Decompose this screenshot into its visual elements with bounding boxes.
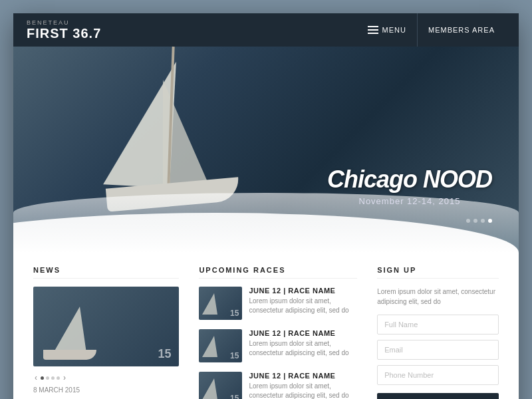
hero-section: Chicago NOOD November 12-14, 2015 <box>13 47 519 253</box>
news-headline: Some sort of recent news article about 3… <box>33 396 179 399</box>
race-thumb-2: 15 <box>199 329 242 362</box>
hero-text-block: Chicago NOOD November 12-14, 2015 <box>327 166 492 206</box>
race-info-2: JUNE 12 | RACE NAME Lorem ipsum dolor si… <box>249 329 357 358</box>
hero-dot-1[interactable] <box>466 219 470 223</box>
race-item-2: 15 JUNE 12 | RACE NAME Lorem ipsum dolor… <box>199 329 357 362</box>
news-pagination: ‹ › <box>33 373 179 382</box>
hero-dot-4-active[interactable] <box>488 219 492 223</box>
hero-background <box>13 47 519 253</box>
news-boat-number: 15 <box>158 347 171 361</box>
news-section: NEWS 15 ‹ › 8 MARCH 2015 Some sort of re… <box>33 266 179 399</box>
race-info-3: JUNE 12 | RACE NAME Lorem ipsum dolor si… <box>249 372 357 399</box>
hero-dot-2[interactable] <box>473 219 477 223</box>
hamburger-icon <box>368 26 378 34</box>
news-page-dot-2[interactable] <box>46 376 49 380</box>
news-image: 15 <box>33 287 179 366</box>
race-name-1: JUNE 12 | RACE NAME <box>249 287 357 295</box>
race-thumb-1: 15 <box>199 287 242 320</box>
race-thumb-boat-2 <box>202 336 217 357</box>
news-section-title: NEWS <box>33 266 179 279</box>
phone-input[interactable] <box>377 365 499 385</box>
race-thumb-boat-3 <box>202 378 217 399</box>
news-next-button[interactable]: › <box>62 373 67 382</box>
race-item-3: 15 JUNE 12 | RACE NAME Lorem ipsum dolor… <box>199 372 357 399</box>
signup-section-title: SIGN UP <box>377 266 499 279</box>
race-info-1: JUNE 12 | RACE NAME Lorem ipsum dolor si… <box>249 287 357 315</box>
news-page-dot-3[interactable] <box>51 376 55 380</box>
header: BENETEAU FIRST 36.7 MENU MEMBERS AREA <box>13 13 519 47</box>
hero-event-title: Chicago NOOD <box>327 166 492 194</box>
news-sail <box>53 307 86 353</box>
full-name-input[interactable] <box>377 315 499 334</box>
brand-label: BENETEAU <box>27 19 101 26</box>
news-date: 8 MARCH 2015 <box>33 386 179 394</box>
race-desc-3: Lorem ipsum dolor sit amet, consectetur … <box>249 382 357 399</box>
menu-label: MENU <box>382 26 406 34</box>
races-section-title: UPCOMING RACES <box>199 266 357 279</box>
hero-dot-3[interactable] <box>481 219 485 223</box>
brand-logo: BENETEAU FIRST 36.7 <box>27 19 101 41</box>
news-hull <box>43 350 96 360</box>
menu-button[interactable]: MENU <box>357 13 418 47</box>
race-name-3: JUNE 12 | RACE NAME <box>249 372 357 380</box>
race-desc-2: Lorem ipsum dolor sit amet, consectetur … <box>249 339 357 358</box>
news-prev-button[interactable]: ‹ <box>33 373 39 382</box>
race-name-2: JUNE 12 | RACE NAME <box>249 329 357 337</box>
hero-event-date: November 12-14, 2015 <box>327 196 492 206</box>
submit-button[interactable]: SUBMIT <box>377 393 499 399</box>
races-section: UPCOMING RACES 15 JUNE 12 | RACE NAME Lo… <box>199 266 357 399</box>
hero-pagination-dots <box>466 219 492 223</box>
main-content: NEWS 15 ‹ › 8 MARCH 2015 Some sort of re… <box>13 253 519 399</box>
header-nav: MENU MEMBERS AREA <box>357 13 505 47</box>
race-thumb-number-1: 15 <box>230 309 239 318</box>
race-thumb-3: 15 <box>199 372 242 399</box>
members-label: MEMBERS AREA <box>428 26 495 34</box>
race-thumb-number-2: 15 <box>230 351 239 360</box>
email-input[interactable] <box>377 340 499 360</box>
signup-description: Lorem ipsum dolor sit amet, consectetur … <box>377 287 499 307</box>
race-desc-1: Lorem ipsum dolor sit amet, consectetur … <box>249 297 357 315</box>
brand-title: FIRST 36.7 <box>27 26 101 41</box>
race-thumb-boat-1 <box>202 293 217 315</box>
signup-section: SIGN UP Lorem ipsum dolor sit amet, cons… <box>377 266 499 399</box>
members-area-button[interactable]: MEMBERS AREA <box>418 13 505 47</box>
race-thumb-number-3: 15 <box>230 394 239 399</box>
race-item-1: 15 JUNE 12 | RACE NAME Lorem ipsum dolor… <box>199 287 357 320</box>
news-page-dot-4[interactable] <box>57 376 60 380</box>
news-page-dot-1[interactable] <box>41 376 44 380</box>
